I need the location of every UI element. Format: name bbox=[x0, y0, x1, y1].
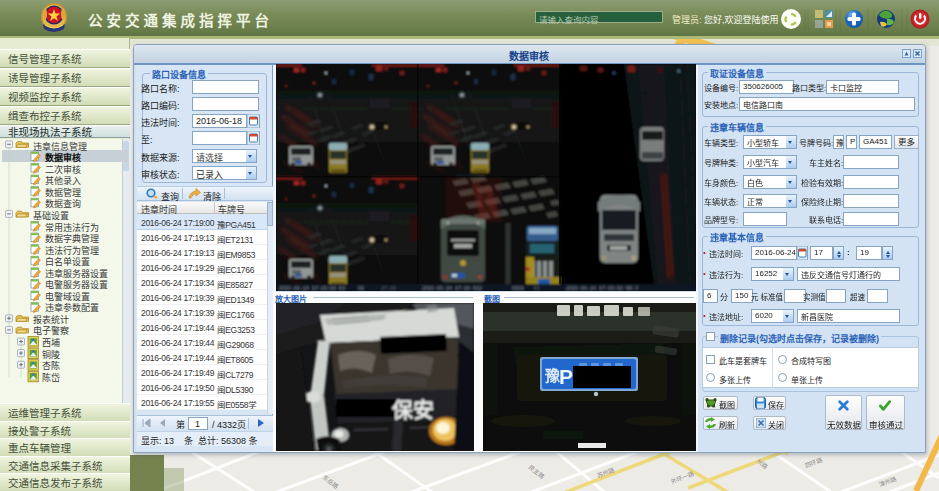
svg-text:豫: 豫 bbox=[545, 364, 560, 385]
svg-text:P: P bbox=[559, 365, 573, 388]
svg-text:保安: 保安 bbox=[391, 393, 434, 423]
